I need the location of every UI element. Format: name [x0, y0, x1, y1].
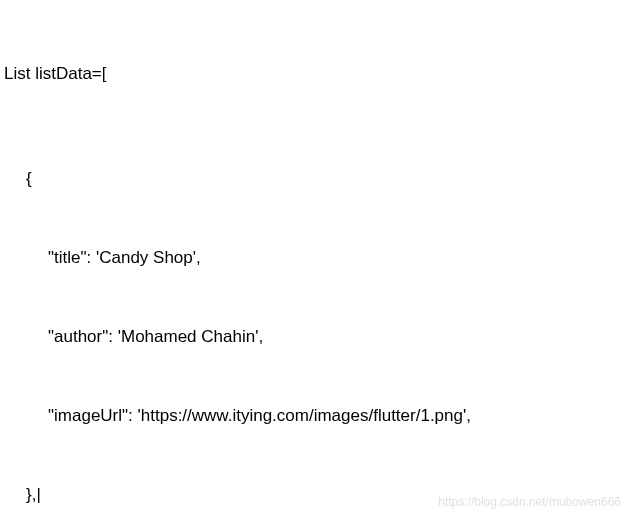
title-line: "title": 'Candy Shop',: [4, 245, 627, 271]
code-block: List listData=[ { "title": 'Candy Shop',…: [4, 8, 627, 532]
code-header: List listData=[: [4, 61, 627, 87]
brace-open: {: [4, 166, 627, 192]
image-line: "imageUrl": 'https://www.itying.com/imag…: [4, 403, 627, 429]
brace-close: },|: [4, 482, 627, 508]
author-line: "author": 'Mohamed Chahin',: [4, 324, 627, 350]
